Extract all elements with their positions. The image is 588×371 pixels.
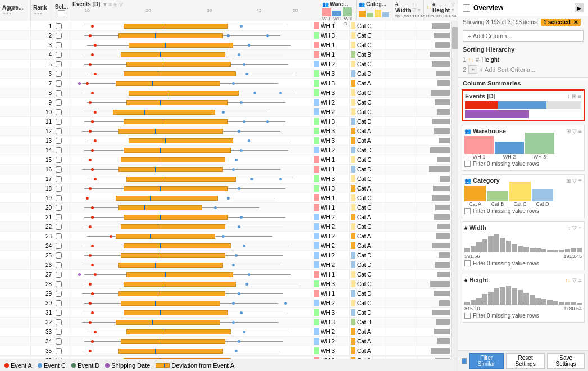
table-row[interactable]: 22 WH 2 Cat C xyxy=(0,222,451,232)
cell-sel[interactable] xyxy=(53,212,70,221)
cell-sel[interactable] xyxy=(53,136,70,145)
cell-sel[interactable] xyxy=(53,174,70,183)
filter-similar-button[interactable]: Filter Similar xyxy=(469,353,504,369)
cell-sel[interactable] xyxy=(53,31,70,40)
table-scroll[interactable]: 1 WH 1 Cat C 2 xyxy=(0,21,451,359)
col-header-rank[interactable]: Rank ~~~ xyxy=(31,0,53,21)
table-row[interactable]: 23 WH 2 Cat A xyxy=(0,232,451,241)
table-row[interactable]: 13 WH 3 Cat A xyxy=(0,136,451,146)
cell-sel[interactable] xyxy=(53,308,70,317)
cat-more-icon[interactable]: ≡ xyxy=(578,178,582,184)
cell-sel[interactable] xyxy=(53,40,70,49)
table-row[interactable]: 32 WH 3 Cat B xyxy=(0,318,451,327)
add-column-button[interactable]: + Add Column... xyxy=(463,30,584,42)
table-row[interactable]: 20 WH 1 Cat C xyxy=(0,203,451,212)
width-filter-checkbox[interactable] xyxy=(464,260,471,266)
cell-sel[interactable] xyxy=(53,318,70,327)
cell-sel[interactable] xyxy=(53,337,70,346)
table-row[interactable]: 19 WH 1 Cat C xyxy=(0,193,451,203)
filter-similar-checkbox[interactable] xyxy=(462,358,467,364)
table-row[interactable]: 33 WH 2 Cat A xyxy=(0,327,451,337)
events-sort-icon[interactable]: ↕ xyxy=(567,93,570,99)
table-row[interactable]: 4 WH 1 Cat B xyxy=(0,50,451,60)
table-row[interactable]: 5 WH 2 Cat C xyxy=(0,60,451,69)
table-row[interactable]: 9 WH 2 Cat C xyxy=(0,98,451,107)
col-header-warehouse[interactable]: 👥 Ware... WH 1WH 2WH 3 xyxy=(320,0,357,21)
wh-filter-icon[interactable]: ▽ xyxy=(572,128,577,134)
table-row[interactable]: 21 WH 2 Cat A xyxy=(0,212,451,222)
cell-sel[interactable] xyxy=(53,298,70,307)
cell-sel[interactable] xyxy=(53,155,70,164)
cell-sel[interactable] xyxy=(53,289,70,298)
table-row[interactable]: 24 WH 2 Cat A xyxy=(0,241,451,251)
scrollbar-thumb[interactable] xyxy=(452,27,458,49)
cell-sel[interactable] xyxy=(53,165,70,174)
height-filter-icon[interactable]: ▽ xyxy=(572,277,577,283)
wh-filter-checkbox[interactable] xyxy=(464,161,471,167)
col-header-aggre[interactable]: Aggre... ~~~ xyxy=(0,0,31,21)
table-row[interactable]: 16 WH 1 Cat D xyxy=(0,165,451,174)
events-more-icon[interactable]: ≡ xyxy=(578,93,581,99)
cell-sel[interactable] xyxy=(53,346,70,355)
table-row[interactable]: 10 WH 2 Cat C xyxy=(0,107,451,117)
cell-sel[interactable] xyxy=(53,232,70,241)
cell-sel[interactable] xyxy=(53,107,70,116)
col-header-height[interactable]: ↑↓ # Height ▽ ≡ 815.10 1180.64 xyxy=(424,0,458,21)
table-row[interactable]: 7 WH 3 Cat A xyxy=(0,79,451,88)
cat-filter-icon[interactable]: ▽ xyxy=(572,178,577,184)
wh-table-icon[interactable]: ⊞ xyxy=(566,128,571,134)
selected-badge[interactable]: 1 selected ✕ xyxy=(541,19,581,26)
cell-sel[interactable] xyxy=(53,60,70,69)
table-row[interactable]: 29 WH 1 Cat D xyxy=(0,289,451,298)
overview-checkbox[interactable] xyxy=(463,4,470,12)
table-row[interactable]: 18 WH 3 Cat A xyxy=(0,184,451,193)
table-row[interactable]: 30 WH 2 Cat C xyxy=(0,298,451,308)
save-settings-button[interactable]: Save Settings xyxy=(547,353,585,369)
cell-sel[interactable] xyxy=(53,251,70,260)
width-filter-icon[interactable]: ▽ xyxy=(572,225,577,231)
cell-sel[interactable] xyxy=(53,222,70,231)
add-sort-button[interactable]: + xyxy=(468,65,477,74)
cell-sel[interactable] xyxy=(53,126,70,135)
cell-sel[interactable] xyxy=(53,50,70,59)
cat-table-icon[interactable]: ⊞ xyxy=(566,178,571,184)
table-row[interactable]: 12 WH 3 Cat A xyxy=(0,126,451,136)
panel-toggle[interactable]: ▶ xyxy=(575,3,584,12)
table-row[interactable]: 8 WH 3 Cat C xyxy=(0,88,451,98)
table-row[interactable]: 25 WH 2 Cat D xyxy=(0,251,451,260)
cell-sel[interactable] xyxy=(53,117,70,126)
cell-sel[interactable] xyxy=(53,79,70,88)
reset-settings-button[interactable]: Reset Settings xyxy=(506,353,545,369)
cell-sel[interactable] xyxy=(53,260,70,269)
table-row[interactable]: 34 WH 2 Cat A xyxy=(0,337,451,346)
vertical-scrollbar[interactable] xyxy=(451,21,458,359)
table-row[interactable]: 6 WH 3 Cat D xyxy=(0,69,451,79)
table-row[interactable]: 27 WH 1 Cat C xyxy=(0,270,451,279)
table-row[interactable]: 1 WH 1 Cat C xyxy=(0,21,451,31)
cell-sel[interactable] xyxy=(53,98,70,107)
badge-close[interactable]: ✕ xyxy=(573,19,578,25)
cell-sel[interactable] xyxy=(53,69,70,78)
cell-sel[interactable] xyxy=(53,279,70,288)
cell-sel[interactable] xyxy=(53,88,70,97)
col-header-category[interactable]: 👥 Categ... xyxy=(357,0,393,21)
cat-filter-checkbox[interactable] xyxy=(464,208,471,214)
table-row[interactable]: 14 WH 2 Cat D xyxy=(0,146,451,155)
width-sort-icon[interactable]: ↕ xyxy=(568,225,571,231)
events-table-icon[interactable]: ⊞ xyxy=(572,93,576,99)
col-header-width[interactable]: # Width ↑↓ ▽ ≡ 591.56 1913.45 xyxy=(393,0,424,21)
cell-sel[interactable] xyxy=(53,241,70,250)
table-row[interactable]: 26 WH 2 Cat D xyxy=(0,260,451,270)
cell-sel[interactable] xyxy=(53,203,70,212)
height-filter-checkbox[interactable] xyxy=(464,313,471,319)
cell-sel[interactable] xyxy=(53,356,70,359)
cell-sel[interactable] xyxy=(53,146,70,155)
table-row[interactable]: 28 WH 3 Cat C xyxy=(0,279,451,289)
width-more-icon[interactable]: ≡ xyxy=(578,225,582,231)
cell-sel[interactable] xyxy=(53,184,70,193)
table-row[interactable]: 11 WH 3 Cat D xyxy=(0,117,451,126)
height-sort-icon[interactable]: ↑↓ xyxy=(565,277,571,283)
table-row[interactable]: 31 WH 3 Cat D xyxy=(0,308,451,318)
table-row[interactable]: 35 WH 3 Cat A xyxy=(0,346,451,356)
cell-sel[interactable] xyxy=(53,21,70,30)
